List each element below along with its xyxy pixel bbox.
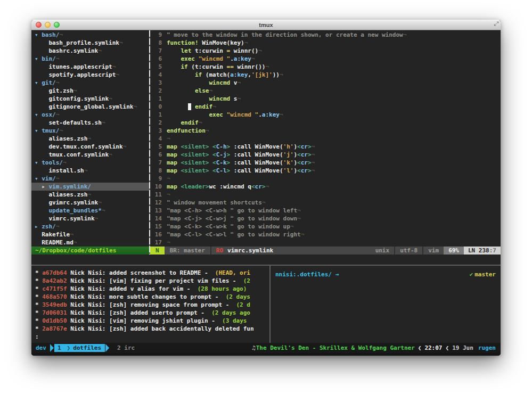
tree-item[interactable]: dev.tmux.conf.symlink¬ [35, 143, 149, 151]
tree-item[interactable]: ▾ tmux/¬ [35, 127, 149, 135]
tree-item[interactable]: install.sh¬ [35, 167, 149, 175]
tree-indent [35, 183, 42, 190]
statusline-filename: vimrc.symlink [227, 247, 273, 255]
editor-line[interactable]: 17¬ [150, 239, 501, 247]
shell-pane[interactable]: nnisi:.dotfiles/ → ✔ master [271, 266, 501, 343]
editor-line[interactable]: 15"map <C-k> <C-w>k " go to window up¬ [150, 223, 501, 231]
code-text: map <leader>wc :wincmd q<cr>¬ [167, 183, 269, 191]
eol-marker: ¬ [56, 111, 60, 118]
pager-prompt: : [35, 333, 269, 341]
tree-item[interactable]: ▾ osx/¬ [35, 111, 149, 119]
tree-item[interactable]: set-defaults.sh¬ [35, 119, 149, 127]
editor-line[interactable]: 9¬ [150, 175, 501, 183]
editor-line[interactable]: 1 exec "wincmd ".a:key¬ [150, 111, 501, 119]
editor-line[interactable]: 14"map <C-j> <C-w>j " go to window down¬ [150, 215, 501, 223]
tree-item[interactable]: tmux.conf.symlink¬ [35, 151, 149, 159]
eol-marker: ¬ [87, 191, 91, 198]
music-note-icon: ♫ [252, 344, 256, 352]
git-log-line: * 8a42ab2 Nick Nisi: [vim] fixing per pr… [35, 277, 269, 285]
editor-line[interactable]: 10map <leader>wc :wincmd q<cr>¬ [150, 183, 501, 191]
editor-line[interactable]: 12" window movement shortcuts¬ [150, 199, 501, 207]
editor-line[interactable]: 1 wincmd s¬ [150, 95, 501, 103]
tmux-active-window-tab[interactable]: 1 ❯ dotfiles [54, 344, 105, 352]
commit-graph-marker: * [35, 325, 42, 332]
commit-message: Nick Nisi: [zsh] removing space from pro… [70, 301, 233, 308]
commit-graph-marker: * [35, 317, 42, 324]
tree-item[interactable]: ▾ tools/¬ [35, 159, 149, 167]
tree-item[interactable]: gitignore_global.symlink¬ [35, 103, 149, 111]
eol-marker: ¬ [109, 95, 112, 102]
eol-marker: ¬ [73, 87, 77, 94]
close-button[interactable] [36, 22, 42, 28]
eol-marker: ¬ [56, 79, 60, 86]
git-log-pane[interactable]: * a67db64 Nick Nisi: added screenshot to… [31, 266, 269, 343]
tree-item[interactable]: Rakefile¬ [35, 231, 149, 239]
code-text: if (match(a:key,'[jk]'))¬ [167, 71, 283, 79]
tree-item[interactable]: update_bundles*¬ [35, 207, 149, 215]
editor-line[interactable]: 3 wincmd v¬ [150, 79, 501, 87]
editor-line[interactable]: 2 else¬ [150, 87, 501, 95]
tree-item[interactable]: gvimrc.symlink¬ [35, 199, 149, 207]
editor-line[interactable]: 9" move to the window in the direction s… [150, 31, 501, 39]
tree-item[interactable]: ▾ bin/¬ [35, 55, 149, 63]
editor-line[interactable]: 8map <silent> <C-l> :call WinMove('l')<c… [150, 167, 501, 175]
tree-item[interactable]: ▸ vim.symlink/¬ [31, 183, 149, 191]
editor-line[interactable]: 6map <silent> <C-j> :call WinMove('j')<c… [150, 151, 501, 159]
nerdtree-pane[interactable]: ▾ bash/¬ bash_profile.symlink¬ bashrc.sy… [31, 30, 149, 255]
tree-item[interactable]: ▸ zsh/¬ [35, 223, 149, 231]
tree-item[interactable]: ▾ bash/¬ [35, 31, 149, 39]
tmux-session-name[interactable]: dev [36, 344, 46, 352]
window-titlebar[interactable]: tmux ⤢ [31, 20, 501, 30]
commit-hash: 8a42ab2 [42, 277, 70, 284]
editor-line[interactable]: 4¬ [150, 135, 501, 143]
tree-item[interactable]: bashrc.symlink¬ [35, 47, 149, 55]
tree-item[interactable]: aliases.zsh¬ [35, 191, 149, 199]
commit-message: Nick Nisi: [vim] removing jshint plugin … [70, 317, 218, 324]
zoom-button[interactable] [54, 22, 60, 28]
tree-item[interactable]: spotify.applescript¬ [35, 71, 149, 79]
tree-item[interactable]: gitconfig.symlink¬ [35, 95, 149, 103]
tree-item-label: bash_profile.symlink [49, 39, 119, 46]
eol-marker: ¬ [109, 151, 112, 158]
tree-item[interactable]: README.md¬ [35, 239, 149, 247]
tree-item[interactable]: aliases.zsh¬ [35, 135, 149, 143]
editor-line[interactable]: 2 endif¬ [150, 119, 501, 127]
editor-line[interactable]: 0 endif¬ [150, 103, 501, 111]
editor-line[interactable]: 11¬ [150, 191, 501, 199]
tree-indent [35, 143, 49, 150]
tree-item-label: dev.tmux.conf.symlink [49, 143, 123, 150]
tree-item-label: zsh/ [42, 223, 56, 230]
editor-line[interactable]: 7 let t:curwin = winnr()¬ [150, 47, 501, 55]
tree-item[interactable]: ▾ vim/¬ [35, 175, 149, 183]
vim-editor-pane[interactable]: 9" move to the window in the direction s… [150, 30, 501, 255]
eol-marker: ¬ [123, 143, 127, 150]
code-text: ¬ [167, 175, 170, 183]
commit-hash: 0d1db50 [42, 317, 70, 324]
relative-line-number: 7 [150, 159, 162, 167]
editor-line[interactable]: 3endfunction¬ [150, 127, 501, 135]
tree-item-label: vimrc.symlink [49, 215, 95, 222]
editor-line[interactable]: 5map <silent> <C-h> :call WinMove('h')<c… [150, 143, 501, 151]
editor-line[interactable]: 4 if (match(a:key,'[jk]'))¬ [150, 71, 501, 79]
tree-item[interactable]: git.zsh¬ [35, 87, 149, 95]
tree-item-label: git.zsh [49, 87, 73, 94]
git-branch-indicator: BR: master [165, 247, 210, 255]
editor-line[interactable]: 7map <silent> <C-k> :call WinMove('k')<c… [150, 159, 501, 167]
eol-marker: ¬ [98, 47, 102, 54]
editor-line[interactable]: 6 exec "wincmd ".a:key¬ [150, 55, 501, 63]
tree-item[interactable]: ▾ git/¬ [35, 79, 149, 87]
minimize-button[interactable] [45, 22, 51, 28]
editor-line[interactable]: 13"map <C-h> <C-w>h " go to window left¬ [150, 207, 501, 215]
tree-indent [35, 167, 49, 174]
tree-item[interactable]: vimrc.symlink¬ [35, 215, 149, 223]
statusline-spacer [278, 247, 370, 255]
tree-item[interactable]: itunes.applescript¬ [35, 63, 149, 71]
git-log-line: * 2a8767e Nick Nisi: [zsh] added back ac… [35, 325, 269, 333]
tmux-window-tab-irc[interactable]: 2 irc [117, 344, 135, 352]
editor-line[interactable]: 16"map <C-l> <C-w>l " go to window right… [150, 231, 501, 239]
relative-line-number: 4 [150, 135, 162, 143]
editor-line[interactable]: 8function! WinMove(key)¬ [150, 39, 501, 47]
tree-item[interactable]: bash_profile.symlink¬ [35, 39, 149, 47]
editor-line[interactable]: 5 if (t:curwin == winnr())¬ [150, 63, 501, 71]
resize-icon[interactable]: ⤢ [494, 20, 498, 27]
